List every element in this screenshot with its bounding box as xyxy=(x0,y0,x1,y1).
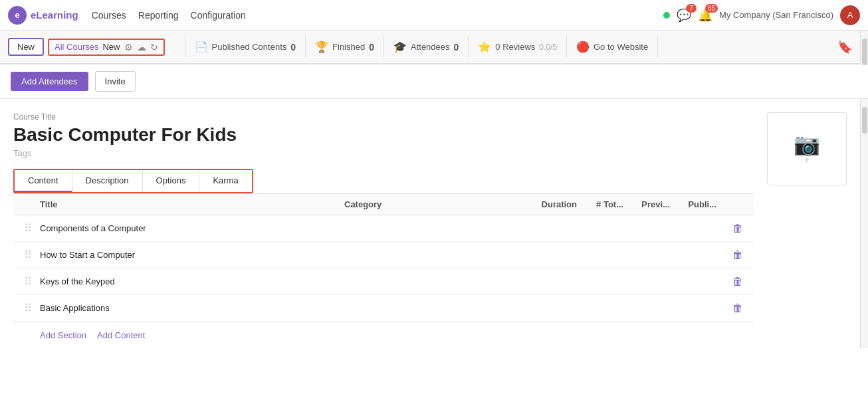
avatar[interactable]: A xyxy=(840,5,860,25)
reviews-label: 0 Reviews xyxy=(495,42,535,52)
add-photo-icon: + xyxy=(804,154,810,166)
stat-reviews[interactable]: ⭐ 0 Reviews 0.0/5 xyxy=(469,37,567,57)
refresh-icon[interactable]: ↻ xyxy=(150,42,158,52)
published-contents-label: Published Contents xyxy=(212,42,287,52)
brand: e eLearning xyxy=(8,6,78,25)
attendees-icon: 🎓 xyxy=(393,41,407,53)
row-title-4[interactable]: Basic Applications xyxy=(40,303,344,313)
content-wrapper: Course Title Basic Computer For Kids Tag… xyxy=(0,99,860,348)
nav-links: Courses Reporting Configuration xyxy=(92,10,246,21)
alerts-count: 65 xyxy=(705,4,718,13)
scrollbar[interactable] xyxy=(860,31,868,64)
drag-handle[interactable]: ⠿ xyxy=(24,249,40,261)
drag-handle[interactable]: ⠿ xyxy=(24,275,40,288)
breadcrumb-current: New xyxy=(102,42,120,52)
attendees-count: 0 xyxy=(454,42,459,52)
company-name: My Company (San Francisco) xyxy=(719,10,833,20)
course-title-label: Course Title xyxy=(13,112,754,122)
add-section-link[interactable]: Add Section xyxy=(40,330,86,340)
delete-row-1-button[interactable]: 🗑 xyxy=(716,223,743,235)
finished-count: 0 xyxy=(369,42,374,52)
table-row: ⠿ Components of a Computer 🗑 xyxy=(13,215,754,242)
delete-row-4-button[interactable]: 🗑 xyxy=(716,302,743,314)
duration-col-header: Duration xyxy=(517,199,577,209)
page-wrapper: Course Title Basic Computer For Kids Tag… xyxy=(0,99,868,348)
stat-finished[interactable]: 🏆 Finished 0 xyxy=(306,37,384,57)
reviews-icon: ⭐ xyxy=(478,41,491,53)
preview-col-header: Previ... xyxy=(623,199,670,209)
online-status-dot xyxy=(663,12,670,19)
table-row: ⠿ Basic Applications 🗑 xyxy=(13,295,754,322)
published-col-header: Publi... xyxy=(670,199,716,209)
action-bar: New All Courses New ⚙ ☁ ↻ 📄 Published Co… xyxy=(0,31,860,64)
tab-content[interactable]: Content xyxy=(15,170,72,192)
published-contents-icon: 📄 xyxy=(195,41,208,53)
messages-count: 7 xyxy=(686,4,697,13)
cloud-icon[interactable]: ☁ xyxy=(137,42,146,52)
add-row: Add Section Add Content xyxy=(13,322,754,348)
total-col-header: # Tot... xyxy=(577,199,623,209)
tab-options[interactable]: Options xyxy=(143,170,200,192)
stat-attendees[interactable]: 🎓 Attendees 0 xyxy=(384,37,469,57)
nav-courses[interactable]: Courses xyxy=(92,10,126,21)
messages-button[interactable]: 💬 7 xyxy=(677,8,691,23)
main-scrollbar[interactable] xyxy=(860,99,868,348)
navbar-right: 💬 7 🔔 65 My Company (San Francisco) A xyxy=(663,5,860,25)
category-col-header: Category xyxy=(344,199,517,209)
finished-icon: 🏆 xyxy=(315,41,328,53)
stat-website[interactable]: 🔴 Go to Website xyxy=(567,37,658,57)
delete-row-2-button[interactable]: 🗑 xyxy=(716,249,743,261)
photo-placeholder[interactable]: 📷 + xyxy=(767,112,847,185)
new-button[interactable]: New xyxy=(8,38,44,56)
table-header: Title Category Duration # Tot... Previ..… xyxy=(13,194,754,215)
website-label: Go to Website xyxy=(594,42,648,52)
add-content-link[interactable]: Add Content xyxy=(97,330,145,340)
breadcrumb-all-courses[interactable]: All Courses xyxy=(54,42,98,52)
bookmark-icon[interactable]: 🔖 xyxy=(837,40,852,54)
navbar: e eLearning Courses Reporting Configurat… xyxy=(0,0,868,31)
invite-button[interactable]: Invite xyxy=(95,71,136,92)
delete-row-3-button[interactable]: 🗑 xyxy=(716,276,743,288)
reviews-rating: 0.0/5 xyxy=(539,43,557,52)
row-title-2[interactable]: How to Start a Computer xyxy=(40,250,344,260)
add-attendees-button[interactable]: Add Attendees xyxy=(11,72,88,91)
nav-reporting[interactable]: Reporting xyxy=(138,10,179,21)
tab-karma[interactable]: Karma xyxy=(199,170,251,192)
alerts-button[interactable]: 🔔 65 xyxy=(698,8,712,23)
drag-handle[interactable]: ⠿ xyxy=(24,222,40,235)
form-area: Course Title Basic Computer For Kids Tag… xyxy=(13,112,754,348)
tags-field[interactable]: Tags xyxy=(13,148,754,158)
table-row: ⠿ Keys of the Keyped 🗑 xyxy=(13,268,754,295)
sub-action-bar: Add Attendees Invite xyxy=(0,64,868,99)
scrollbar-thumb xyxy=(862,39,867,65)
brand-name: eLearning xyxy=(31,9,78,21)
main-content: Course Title Basic Computer For Kids Tag… xyxy=(0,99,860,348)
table-row: ⠿ How to Start a Computer 🗑 xyxy=(13,242,754,268)
camera-icon: 📷 xyxy=(794,132,820,157)
brand-logo: e xyxy=(8,6,27,25)
attendees-label: Attendees xyxy=(411,42,450,52)
stats-bar: 📄 Published Contents 0 🏆 Finished 0 🎓 At… xyxy=(185,37,659,57)
tab-description[interactable]: Description xyxy=(72,170,143,192)
published-contents-count: 0 xyxy=(290,42,296,52)
settings-icon[interactable]: ⚙ xyxy=(124,42,133,52)
stat-published-contents[interactable]: 📄 Published Contents 0 xyxy=(185,37,306,57)
row-title-3[interactable]: Keys of the Keyped xyxy=(40,276,344,286)
main-scrollbar-thumb xyxy=(862,107,867,134)
tabs-container: Content Description Options Karma xyxy=(13,169,253,193)
drag-handle[interactable]: ⠿ xyxy=(24,302,40,314)
content-table: Title Category Duration # Tot... Previ..… xyxy=(13,193,754,348)
website-icon: 🔴 xyxy=(576,41,590,53)
row-title-1[interactable]: Components of a Computer xyxy=(40,223,344,233)
breadcrumb: All Courses New ⚙ ☁ ↻ xyxy=(48,39,164,56)
action-bar-right: 🔖 xyxy=(837,40,852,54)
finished-label: Finished xyxy=(332,42,365,52)
title-col-header: Title xyxy=(40,199,344,209)
nav-configuration[interactable]: Configuration xyxy=(191,10,246,21)
course-title[interactable]: Basic Computer For Kids xyxy=(13,124,754,146)
